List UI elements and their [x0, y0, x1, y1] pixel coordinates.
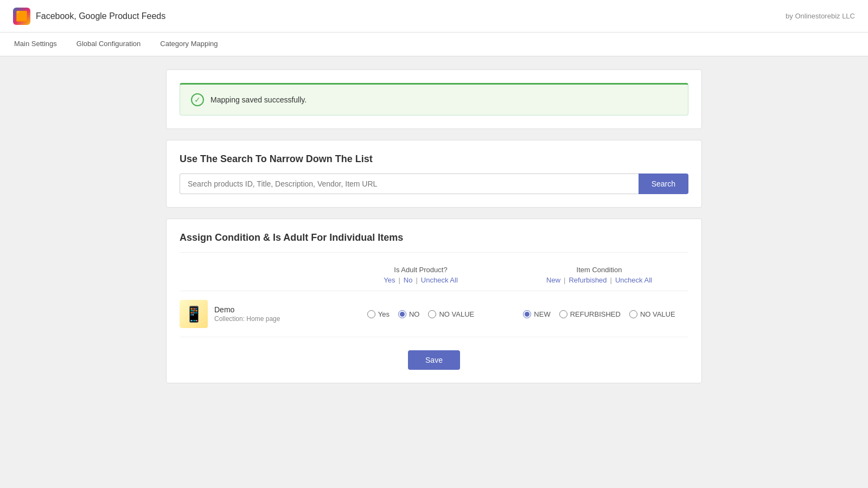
- app-title-area: 🟧 Facebook, Google Product Feeds: [13, 8, 165, 25]
- condition-new-label[interactable]: NEW: [523, 310, 550, 318]
- app-by-text: by Onlinestorebiz LLC: [786, 12, 855, 20]
- adult-yes-label[interactable]: Yes: [367, 310, 390, 318]
- adult-yes-all-link[interactable]: Yes: [384, 276, 395, 284]
- search-row: Search: [180, 174, 688, 194]
- table-row: 📱 Demo Collection: Home page Yes NO: [180, 291, 688, 337]
- success-icon: ✓: [191, 93, 204, 106]
- search-button[interactable]: Search: [639, 174, 688, 194]
- save-button[interactable]: Save: [408, 350, 460, 370]
- condition-novalue-label[interactable]: NO VALUE: [629, 310, 675, 318]
- app-logo: 🟧: [13, 8, 30, 25]
- assign-title: Assign Condition & Is Adult For Individu…: [180, 232, 688, 253]
- assign-card: Assign Condition & Is Adult For Individu…: [166, 219, 702, 383]
- condition-refurbished-radio[interactable]: [559, 310, 567, 318]
- condition-radio-group: NEW REFURBISHED NO VALUE: [510, 310, 688, 318]
- condition-new-all-link[interactable]: New: [546, 276, 560, 284]
- condition-refurbished-label[interactable]: REFURBISHED: [559, 310, 621, 318]
- adult-no-radio[interactable]: [398, 310, 406, 318]
- item-thumbnail: 📱: [180, 300, 208, 328]
- item-details: Demo Collection: Home page: [214, 305, 280, 323]
- search-card: Use The Search To Narrow Down The List S…: [166, 140, 702, 208]
- success-card: ✓ Mapping saved successfully.: [166, 69, 702, 129]
- nav-main-settings[interactable]: Main Settings: [13, 33, 58, 56]
- app-title: Facebook, Google Product Feeds: [36, 11, 165, 21]
- main-content: ✓ Mapping saved successfully. Use The Se…: [157, 56, 711, 407]
- condition-new-radio[interactable]: [523, 310, 531, 318]
- adult-novalue-label[interactable]: NO VALUE: [428, 310, 474, 318]
- item-info: 📱 Demo Collection: Home page: [180, 300, 331, 328]
- condition-column-header: Item Condition New | Refurbished | Unche…: [510, 266, 688, 284]
- adult-no-label[interactable]: NO: [398, 310, 420, 318]
- items-table: Is Adult Product? Yes | No | Uncheck All…: [180, 261, 688, 337]
- item-name: Demo: [214, 305, 280, 314]
- item-collection: Collection: Home page: [214, 315, 280, 323]
- success-message: Mapping saved successfully.: [210, 95, 307, 104]
- table-header: Is Adult Product? Yes | No | Uncheck All…: [180, 261, 688, 291]
- adult-radio-group: Yes NO NO VALUE: [331, 310, 510, 318]
- condition-uncheck-all-link[interactable]: Uncheck All: [615, 276, 652, 284]
- search-section-title: Use The Search To Narrow Down The List: [180, 153, 688, 165]
- app-header: 🟧 Facebook, Google Product Feeds by Onli…: [0, 0, 868, 33]
- success-banner: ✓ Mapping saved successfully.: [180, 83, 688, 115]
- adult-yes-radio[interactable]: [367, 310, 375, 318]
- adult-header-links: Yes | No | Uncheck All: [331, 276, 510, 284]
- condition-header-links: New | Refurbished | Uncheck All: [510, 276, 688, 284]
- nav-global-configuration[interactable]: Global Configuration: [75, 33, 142, 56]
- search-input[interactable]: [180, 174, 639, 194]
- save-row: Save: [180, 350, 688, 370]
- condition-refurbished-all-link[interactable]: Refurbished: [569, 276, 607, 284]
- nav-category-mapping[interactable]: Category Mapping: [159, 33, 219, 56]
- app-nav: Main Settings Global Configuration Categ…: [0, 33, 868, 56]
- adult-column-header: Is Adult Product? Yes | No | Uncheck All: [331, 266, 510, 284]
- condition-novalue-radio[interactable]: [629, 310, 637, 318]
- adult-no-all-link[interactable]: No: [404, 276, 413, 284]
- adult-novalue-radio[interactable]: [428, 310, 436, 318]
- adult-uncheck-all-link[interactable]: Uncheck All: [421, 276, 458, 284]
